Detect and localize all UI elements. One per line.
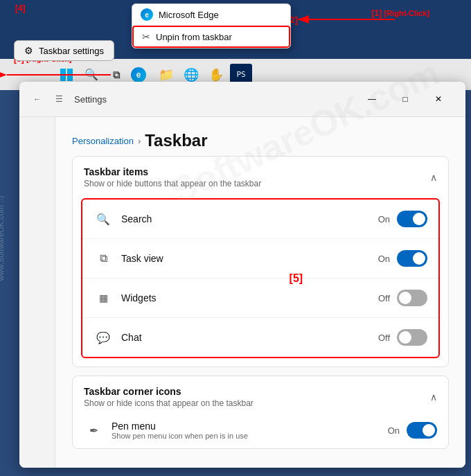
taskview-row-icon: ⧉ — [94, 249, 113, 268]
taskbar-area: [4] ⚙ Taskbar settings e Microsoft Edge … — [0, 0, 471, 90]
svg-rect-3 — [67, 69, 73, 74]
edge-icon: e — [141, 8, 153, 21]
taskview-toggle[interactable] — [397, 250, 427, 267]
breadcrumb-current: Taskbar — [145, 131, 207, 150]
taskbar-items-title: Taskbar items — [84, 166, 261, 177]
search-row-icon: 🔍 — [94, 209, 113, 229]
taskbar-corner-chevron[interactable]: ∧ — [430, 391, 437, 403]
breadcrumb-separator: › — [138, 136, 141, 146]
taskbar-corner-subtitle: Show or hide icons that appear on the ta… — [84, 398, 254, 408]
settings-content: Personalization › Taskbar Taskbar items … — [19, 117, 465, 468]
svg-rect-5 — [67, 76, 73, 81]
search-toggle[interactable] — [397, 211, 427, 227]
maximize-button[interactable]: □ — [389, 89, 421, 109]
settings-title: Settings — [74, 94, 107, 105]
taskbar-items-header: Taskbar items Show or hide buttons that … — [73, 157, 448, 193]
taskview-row-status: On — [378, 254, 390, 264]
widgets-row-icon: ▦ — [94, 288, 113, 308]
annotation-1: [1] [Right-Click] — [372, 8, 429, 18]
back-button[interactable]: ← — [30, 93, 44, 105]
breadcrumb-parent[interactable]: Personalization — [72, 136, 134, 146]
minimize-button[interactable]: — — [356, 89, 388, 109]
taskbar-items-subtitle: Show or hide buttons that appear on the … — [84, 179, 261, 188]
unpin-menu-item[interactable]: ✂ Unpin from taskbar — [132, 26, 290, 48]
context-menu-edge-item: e Microsoft Edge — [132, 4, 290, 26]
widgets-setting-row: ▦ Widgets Off — [82, 279, 438, 318]
close-button[interactable]: ✕ — [423, 89, 454, 109]
taskbar-corner-header: Taskbar corner icons Show or hide icons … — [73, 376, 448, 412]
taskbar-items-section: Taskbar items Show or hide buttons that … — [72, 156, 449, 367]
svg-rect-4 — [60, 76, 66, 81]
search-row-status: On — [378, 214, 390, 224]
taskbar-corner-section: Taskbar corner icons Show or hide icons … — [72, 376, 449, 449]
chat-toggle-knob — [399, 331, 411, 344]
context-menu: e Microsoft Edge ✂ Unpin from taskbar — [132, 3, 291, 49]
taskbar-corner-title-group: Taskbar corner icons Show or hide icons … — [84, 386, 254, 408]
chat-row-icon: 💬 — [94, 328, 113, 347]
chat-toggle[interactable] — [397, 329, 427, 346]
widgets-row-label: Widgets — [121, 292, 378, 303]
taskbar-corner-title: Taskbar corner icons — [84, 386, 254, 397]
breadcrumb: Personalization › Taskbar — [72, 131, 449, 150]
search-toggle-knob — [413, 213, 425, 225]
pen-menu-toggle-knob — [423, 424, 435, 437]
chat-setting-row: 💬 Chat Off — [82, 318, 438, 357]
widgets-toggle-knob — [399, 292, 411, 304]
taskbar-items-title-group: Taskbar items Show or hide buttons that … — [84, 166, 261, 188]
search-setting-row: 🔍 Search On — [82, 200, 438, 239]
widgets-row-status: Off — [378, 293, 390, 303]
unpin-label: Unpin from taskbar — [156, 32, 232, 42]
search-row-label: Search — [121, 213, 378, 224]
pen-menu-icon: ✒ — [84, 421, 103, 440]
settings-sidebar — [19, 117, 55, 468]
taskbar-items-chevron[interactable]: ∧ — [430, 172, 437, 183]
pen-menu-label-group: Pen menu Show pen menu icon when pen is … — [112, 421, 388, 440]
gear-icon: ⚙ — [24, 45, 33, 56]
hamburger-button[interactable]: ☰ — [53, 93, 66, 105]
svg-rect-2 — [60, 69, 66, 74]
pen-menu-label: Pen menu — [112, 421, 388, 432]
taskbar-settings-label: Taskbar settings — [39, 46, 104, 56]
taskview-setting-row: ⧉ Task view On — [82, 239, 438, 279]
annotation-4: [4] — [15, 3, 26, 13]
chat-row-status: Off — [378, 333, 390, 343]
settings-main: Personalization › Taskbar Taskbar items … — [55, 117, 465, 468]
settings-window: ← ☰ Settings — □ ✕ Personalization › Tas… — [19, 82, 465, 468]
edge-label: Microsoft Edge — [159, 10, 219, 20]
unpin-icon: ✂ — [142, 31, 150, 42]
taskview-row-label: Task view — [121, 253, 378, 264]
window-controls: — □ ✕ — [356, 89, 454, 109]
pen-menu-sublabel: Show pen menu icon when pen is in use — [112, 432, 388, 440]
chat-row-label: Chat — [121, 332, 378, 343]
taskbar-settings-button[interactable]: ⚙ Taskbar settings — [14, 40, 114, 61]
taskview-toggle-knob — [413, 252, 425, 265]
pen-menu-row: ✒ Pen menu Show pen menu icon when pen i… — [73, 412, 448, 448]
title-bar: ← ☰ Settings — □ ✕ — [19, 82, 465, 117]
taskbar-items-rows: [5] 🔍 Search On ⧉ Task view O — [81, 198, 440, 358]
pen-menu-status: On — [388, 425, 400, 436]
widgets-toggle[interactable] — [397, 290, 427, 306]
pen-menu-toggle[interactable] — [407, 422, 437, 439]
watermark-side: www.SoftwareOK.com :-) — [0, 195, 5, 281]
